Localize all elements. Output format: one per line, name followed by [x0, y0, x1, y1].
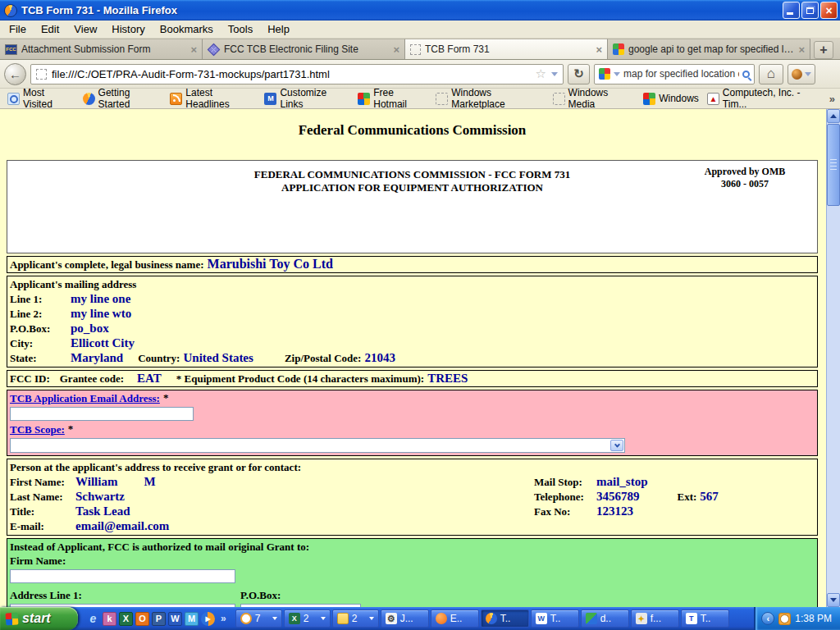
tcb-email-input[interactable]: [10, 407, 194, 421]
line2-value: my line wto: [71, 307, 131, 320]
scrollbar-thumb[interactable]: [827, 124, 840, 206]
firm-name-input[interactable]: [10, 569, 235, 583]
task-java-app[interactable]: ⚙ J...: [381, 609, 429, 628]
bookmark-windows[interactable]: Windows: [641, 92, 701, 106]
bookmark-computech[interactable]: ▲ Computech, Inc. - Tim...: [705, 86, 826, 111]
menu-history[interactable]: History: [104, 21, 152, 37]
url-input[interactable]: [52, 68, 531, 80]
reload-button[interactable]: ↻: [568, 64, 590, 84]
start-button[interactable]: start: [0, 607, 78, 630]
task-t-app[interactable]: T T..: [681, 609, 729, 628]
mailing-address-row: Applicant's mailing address Line 1: my l…: [7, 276, 818, 368]
contact-header: Person at the applicant's address to rec…: [10, 461, 301, 473]
bookmarks-overflow-chevron[interactable]: »: [829, 93, 835, 105]
clock: 1:38 PM: [795, 613, 832, 624]
tray-clock-icon[interactable]: [778, 613, 791, 625]
select-dropdown-button[interactable]: [610, 440, 623, 451]
bookmark-most-visited[interactable]: Most Visited: [5, 86, 77, 111]
close-button[interactable]: ×: [820, 2, 838, 19]
vertical-scrollbar[interactable]: [826, 109, 840, 607]
installer-icon: ✦: [636, 613, 647, 624]
office-orange-icon[interactable]: O: [135, 612, 149, 626]
middle-initial-value: M: [144, 475, 155, 488]
group-dropdown-icon: [369, 617, 374, 620]
firebug-button[interactable]: [788, 64, 815, 84]
windows-flag-icon: [358, 93, 370, 105]
quick-launch-overflow-chevron[interactable]: »: [217, 613, 230, 624]
restore-icon: [806, 7, 814, 14]
country-value: United States: [183, 351, 253, 364]
bookmark-customize-links[interactable]: M Customize Links: [262, 86, 352, 111]
tab-close-icon[interactable]: ×: [190, 43, 197, 56]
media-player-icon[interactable]: ▶: [201, 612, 215, 626]
customize-links-icon: M: [264, 93, 276, 105]
tab-close-icon[interactable]: ×: [596, 43, 602, 56]
key-app-icon[interactable]: k: [103, 612, 116, 626]
chevron-down-icon: [614, 441, 619, 447]
publisher-icon[interactable]: P: [152, 612, 166, 626]
bookmark-windows-media[interactable]: Windows Media: [550, 86, 638, 111]
firebug-dropdown-icon[interactable]: [805, 72, 811, 76]
word-icon[interactable]: W: [168, 612, 182, 626]
taskbar-group-excel[interactable]: X 2: [284, 609, 331, 628]
msn-icon[interactable]: M: [185, 612, 199, 626]
task-chart-app[interactable]: d..: [581, 609, 629, 628]
excel-icon[interactable]: X: [119, 612, 133, 626]
diamond-favicon: [208, 43, 221, 56]
minimize-button[interactable]: [783, 2, 800, 19]
tcb-scope-link[interactable]: TCB Scope:: [10, 423, 65, 436]
scrollbar-down-button[interactable]: [827, 593, 840, 607]
bookmark-label: Latest Headlines: [185, 87, 256, 110]
tab-fcc-tcb-filing-site[interactable]: FCC TCB Electronic Filing Site ×: [203, 39, 405, 59]
bookmark-getting-started[interactable]: Getting Started: [80, 86, 165, 111]
menu-file[interactable]: File: [2, 21, 34, 37]
scrollbar-up-button[interactable]: [827, 109, 840, 123]
tab-attachment-submission-form[interactable]: FCC Attachment Submission Form ×: [0, 39, 203, 59]
group-count: 7: [255, 613, 261, 624]
bookmark-label: Windows: [659, 93, 699, 104]
tcb-scope-select[interactable]: [10, 438, 625, 453]
fcc-favicon: FCC: [5, 44, 17, 55]
home-button[interactable]: ⌂: [759, 64, 783, 84]
task-orange-app[interactable]: E..: [431, 609, 479, 628]
tray-collapse-chevron[interactable]: ‹: [761, 612, 774, 625]
taskbar-group-folders[interactable]: 2: [332, 609, 379, 628]
menu-bookmarks[interactable]: Bookmarks: [153, 21, 221, 37]
back-button[interactable]: ←: [4, 63, 26, 85]
city-label: City:: [10, 337, 67, 350]
google-favicon: [613, 43, 624, 55]
tab-google-api-map[interactable]: google api to get map for specified loca…: [608, 39, 810, 59]
task-firefox-active[interactable]: T..: [481, 609, 529, 628]
bookmark-free-hotmail[interactable]: Free Hotmail: [355, 86, 430, 111]
tab-close-icon[interactable]: ×: [798, 43, 805, 56]
tab-tcb-form-731[interactable]: TCB Form 731 ×: [405, 39, 608, 59]
bookmark-star-icon[interactable]: ☆: [536, 66, 546, 81]
tab-close-icon[interactable]: ×: [393, 43, 399, 56]
new-tab-button[interactable]: +: [814, 41, 833, 59]
task-installer[interactable]: ✦ f...: [631, 609, 679, 628]
search-engine-dropdown-icon[interactable]: [614, 72, 620, 76]
restore-button[interactable]: [801, 2, 819, 19]
mail-stop-label: Mail Stop:: [534, 476, 593, 489]
business-name-row: Applicant's complete, legal business nam…: [7, 256, 818, 273]
contact-email-value: email@email.com: [75, 519, 169, 532]
bookmark-latest-headlines[interactable]: Latest Headlines: [167, 86, 258, 111]
menu-view[interactable]: View: [66, 21, 104, 37]
search-icon[interactable]: [742, 71, 750, 78]
tab-title: FCC TCB Electronic Filing Site: [224, 43, 389, 55]
menu-help[interactable]: Help: [260, 21, 297, 37]
url-bar[interactable]: ☆: [30, 64, 564, 84]
taskbar-group-clock[interactable]: 7: [235, 609, 282, 628]
tcb-email-link[interactable]: TCB Application Email Address:: [10, 392, 160, 404]
menu-edit[interactable]: Edit: [34, 21, 66, 37]
internet-explorer-icon[interactable]: e: [86, 612, 100, 626]
search-input[interactable]: [623, 68, 739, 80]
group-count: 2: [304, 613, 309, 624]
bookmark-windows-marketplace[interactable]: Windows Marketplace: [433, 86, 546, 111]
grantee-code-label: Grantee code:: [60, 372, 124, 385]
close-icon: ×: [825, 5, 832, 16]
menu-tools[interactable]: Tools: [221, 21, 260, 37]
task-word-doc[interactable]: W T..: [531, 609, 579, 628]
search-bar[interactable]: [594, 64, 755, 84]
url-dropdown-icon[interactable]: [551, 72, 558, 76]
